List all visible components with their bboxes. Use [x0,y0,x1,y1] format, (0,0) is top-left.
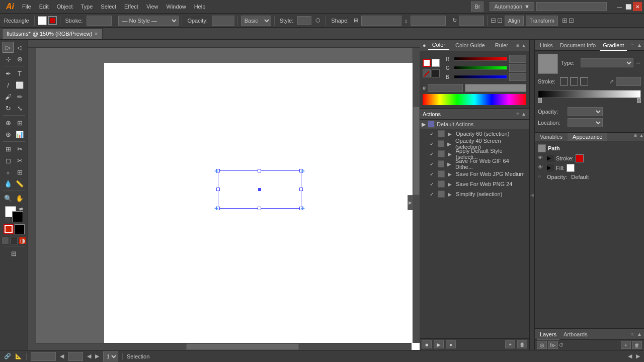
gradient-stop-right[interactable] [637,98,641,103]
action-item-2[interactable]: ✓ ▶ Apply Default Style (selecti... [420,149,529,159]
eye-icon-stroke[interactable]: 👁 [538,155,545,162]
gradient-preview-swatch[interactable] [538,54,558,74]
style-dropdown[interactable]: — No Style — [118,16,179,26]
menu-help[interactable]: Help [190,0,210,14]
hand-tool[interactable]: ✋ [14,193,25,204]
expand-icon-stroke[interactable]: ▶ [547,155,554,162]
layers-fx-btn[interactable]: fx- [548,341,558,349]
stroke-color-swatch[interactable] [576,154,584,162]
page-prev-btn[interactable]: ◀ [87,353,91,359]
stroke-icon-1[interactable] [560,77,568,85]
warp-tool[interactable]: ⊕ [3,117,14,128]
menu-select[interactable]: Select [97,0,120,14]
paintbrush-tool[interactable]: 🖌 [3,91,14,102]
tab-close-button[interactable]: ✕ [94,31,98,37]
stroke-input[interactable] [87,16,112,26]
document-info-tab[interactable]: Document Info [557,40,599,51]
stroke-icon-3[interactable] [580,77,588,85]
align-icon-2[interactable]: ⊡ [497,17,503,24]
height-input[interactable]: 47.73 px [411,16,446,26]
menu-object[interactable]: Object [53,0,77,14]
action-item-6[interactable]: ✓ ▶ Simplify (selection) [420,189,529,199]
gradient-type-select[interactable] [581,58,633,67]
menu-type[interactable]: Type [77,0,97,14]
variables-tab[interactable]: Variables [535,133,568,141]
location-select[interactable] [568,118,603,127]
eye-icon-fill[interactable]: 👁 [538,164,545,171]
mesh-tool[interactable]: ⊞ [14,166,25,177]
g-value[interactable] [509,64,526,72]
pencil-tool[interactable]: ✏ [14,91,25,102]
status-icon-2[interactable]: 📐 [15,353,22,359]
actions-expand-icon[interactable]: ▲ [521,111,526,117]
bottom-panel-expand[interactable]: ▲ [637,331,642,337]
layers-delete-btn[interactable]: 🗑 [632,341,642,349]
fill-swatch[interactable] [38,16,47,25]
artboards-icon[interactable]: ⊟ [9,248,20,259]
extra-icon-1[interactable]: ⊞ [562,17,568,24]
page-select[interactable]: 1 [103,351,118,361]
workspace-button[interactable]: Automation ▼ [490,2,534,11]
actions-play-btn[interactable]: ▶ [434,340,444,348]
reset-colors-button[interactable]: ⬛ [5,218,10,222]
selection-tool[interactable]: ▷ [3,42,14,53]
stroke-box[interactable] [432,59,440,67]
symbol-sprayer-tool[interactable]: ⊛ [3,129,14,140]
gradient-angle-icon[interactable]: ↗ [609,78,614,85]
handle-top-center[interactable] [258,169,261,172]
actions-delete-btn[interactable]: 🗑 [517,340,527,348]
scissors-tool[interactable]: ✂ [14,155,25,166]
fill-indicator[interactable] [4,224,14,234]
search-input[interactable] [536,2,607,11]
r-value[interactable] [509,55,526,63]
ruler-tab[interactable]: Ruler [491,41,512,49]
gradient-panel-expand[interactable]: ▲ [637,42,642,48]
layers-new-btn[interactable]: + [621,341,631,349]
measure-tool[interactable]: 📏 [14,178,25,189]
vertical-scroll-thumb[interactable] [413,107,420,195]
style-icon[interactable]: ⬡ [313,16,323,25]
actions-stop-btn[interactable]: ■ [422,340,432,348]
rotate-tool[interactable]: ↻ [3,103,14,114]
layers-clock-icon[interactable]: ⏱ [559,342,564,348]
layers-locate-btn[interactable]: ◎ [537,341,547,349]
action-item-1[interactable]: ✓ ▶ Opacity 40 Screen (selection) [420,139,529,149]
gradient-reverse-icon[interactable]: ↔ [635,60,641,66]
quick-mask-icon[interactable] [10,237,18,244]
status-left-btn[interactable]: ◀ [628,353,632,359]
style-swatch[interactable] [297,16,311,25]
color-spectrum[interactable] [423,94,526,105]
appearance-tab[interactable]: Appearance [568,133,607,141]
b-slider[interactable] [454,75,507,79]
line-tool[interactable]: / [3,79,14,90]
actions-menu-icon[interactable]: ≡ [516,111,519,117]
type-tool[interactable]: T [14,68,25,79]
panel-toggle-arrow[interactable]: ▶ [408,195,413,210]
extra-icon-2[interactable]: ⊡ [569,17,574,24]
opacity-input[interactable]: 100% [212,16,234,26]
opacity-select[interactable] [568,107,603,116]
angle-input[interactable] [616,77,641,86]
color-panel-expand[interactable]: ▲ [521,43,526,48]
handle-middle-left[interactable] [216,188,220,191]
artboards-tab[interactable]: Artboards [560,329,591,340]
bridge-button[interactable]: Br [471,2,484,12]
free-transform-tool[interactable]: ⊞ [14,117,25,128]
vertical-scrollbar[interactable] [413,48,420,343]
r-slider[interactable] [454,57,507,61]
stroke-icon-2[interactable] [570,77,578,85]
swap-colors-button[interactable]: ⇄ [19,206,23,211]
direct-selection-tool[interactable]: ◁ [14,42,25,53]
minimize-button[interactable]: — [615,2,624,11]
canvas-area[interactable]: + + + + ▶ [28,40,420,350]
artboard-tool[interactable]: ⊞ [3,143,14,154]
scale-tool[interactable]: ⤡ [14,103,25,114]
transform-button[interactable]: Transform [526,16,558,26]
status-right-btn[interactable]: ▶ [636,353,640,359]
normal-mode-icon[interactable] [2,237,9,244]
column-graph-tool[interactable]: 📊 [14,129,25,140]
layers-tab[interactable]: Layers [537,329,559,340]
eyedropper-tool[interactable]: 💧 [3,178,14,189]
color-guide-tab[interactable]: Color Guide [451,41,489,49]
gradient-tool[interactable]: ⬦ [3,166,14,177]
